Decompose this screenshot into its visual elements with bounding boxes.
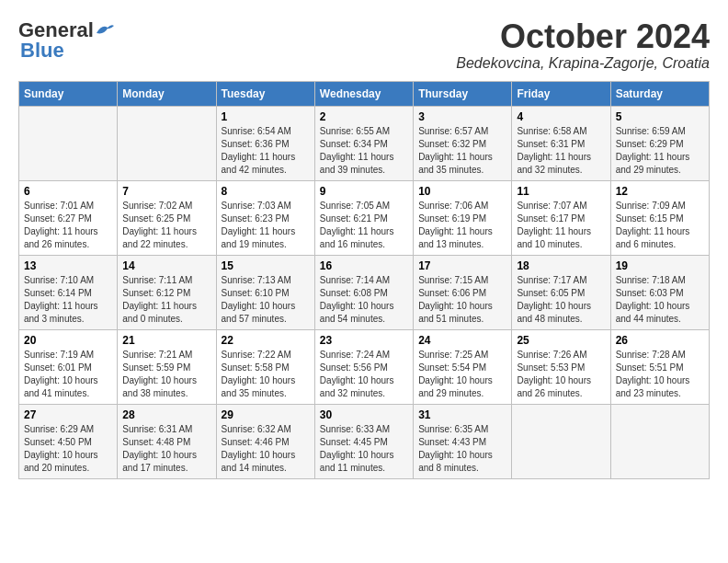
calendar-cell: 31Sunrise: 6:35 AMSunset: 4:43 PMDayligh… xyxy=(414,404,512,478)
day-info: Sunrise: 7:14 AMSunset: 6:08 PMDaylight:… xyxy=(320,274,408,326)
calendar-cell: 16Sunrise: 7:14 AMSunset: 6:08 PMDayligh… xyxy=(314,255,413,329)
month-year-title: October 2024 xyxy=(456,18,710,55)
calendar-cell: 10Sunrise: 7:06 AMSunset: 6:19 PMDayligh… xyxy=(414,180,512,255)
calendar-week-row: 6Sunrise: 7:01 AMSunset: 6:27 PMDaylight… xyxy=(19,180,710,255)
calendar-cell: 9Sunrise: 7:05 AMSunset: 6:21 PMDaylight… xyxy=(314,180,413,255)
day-info: Sunrise: 7:11 AMSunset: 6:12 PMDaylight:… xyxy=(122,274,210,326)
day-info: Sunrise: 6:32 AMSunset: 4:46 PMDaylight:… xyxy=(222,423,310,475)
day-info: Sunrise: 6:35 AMSunset: 4:43 PMDaylight:… xyxy=(418,423,506,475)
weekday-header-monday: Monday xyxy=(118,81,216,106)
calendar-week-row: 27Sunrise: 6:29 AMSunset: 4:50 PMDayligh… xyxy=(19,404,710,478)
day-info: Sunrise: 6:54 AMSunset: 6:36 PMDaylight:… xyxy=(222,125,310,177)
day-number: 20 xyxy=(24,334,112,347)
day-number: 7 xyxy=(122,185,210,198)
location-subtitle: Bedekovcina, Krapina-Zagorje, Croatia xyxy=(456,55,710,72)
weekday-header-thursday: Thursday xyxy=(414,81,512,106)
calendar-cell: 26Sunrise: 7:28 AMSunset: 5:51 PMDayligh… xyxy=(610,329,709,404)
day-number: 13 xyxy=(24,259,112,272)
calendar-cell xyxy=(118,106,216,180)
day-number: 28 xyxy=(122,408,210,421)
calendar-cell: 7Sunrise: 7:02 AMSunset: 6:25 PMDaylight… xyxy=(118,180,216,255)
day-info: Sunrise: 7:17 AMSunset: 6:05 PMDaylight:… xyxy=(517,274,605,326)
day-info: Sunrise: 6:31 AMSunset: 4:48 PMDaylight:… xyxy=(122,423,210,475)
day-number: 30 xyxy=(320,408,408,421)
day-info: Sunrise: 6:33 AMSunset: 4:45 PMDaylight:… xyxy=(320,423,408,475)
day-info: Sunrise: 7:15 AMSunset: 6:06 PMDaylight:… xyxy=(418,274,506,326)
day-info: Sunrise: 7:13 AMSunset: 6:10 PMDaylight:… xyxy=(222,274,310,326)
day-number: 3 xyxy=(418,110,506,123)
day-number: 1 xyxy=(222,110,310,123)
calendar-cell: 25Sunrise: 7:26 AMSunset: 5:53 PMDayligh… xyxy=(512,329,610,404)
calendar-cell: 11Sunrise: 7:07 AMSunset: 6:17 PMDayligh… xyxy=(512,180,610,255)
calendar-cell xyxy=(19,106,118,180)
calendar-cell: 13Sunrise: 7:10 AMSunset: 6:14 PMDayligh… xyxy=(19,255,118,329)
day-info: Sunrise: 7:24 AMSunset: 5:56 PMDaylight:… xyxy=(320,349,408,400)
day-info: Sunrise: 7:28 AMSunset: 5:51 PMDaylight:… xyxy=(616,349,704,400)
day-info: Sunrise: 7:06 AMSunset: 6:19 PMDaylight:… xyxy=(418,200,506,251)
day-info: Sunrise: 7:07 AMSunset: 6:17 PMDaylight:… xyxy=(517,200,605,251)
calendar-cell: 12Sunrise: 7:09 AMSunset: 6:15 PMDayligh… xyxy=(610,180,709,255)
calendar-cell: 27Sunrise: 6:29 AMSunset: 4:50 PMDayligh… xyxy=(19,404,118,478)
calendar-cell: 20Sunrise: 7:19 AMSunset: 6:01 PMDayligh… xyxy=(19,329,118,404)
day-info: Sunrise: 6:55 AMSunset: 6:34 PMDaylight:… xyxy=(320,125,408,177)
calendar-cell: 4Sunrise: 6:58 AMSunset: 6:31 PMDaylight… xyxy=(512,106,610,180)
day-info: Sunrise: 7:26 AMSunset: 5:53 PMDaylight:… xyxy=(517,349,605,400)
day-number: 27 xyxy=(24,408,112,421)
weekday-header-wednesday: Wednesday xyxy=(314,81,413,106)
calendar-cell xyxy=(512,404,610,478)
logo: General Blue xyxy=(18,18,116,63)
calendar-cell: 1Sunrise: 6:54 AMSunset: 6:36 PMDaylight… xyxy=(216,106,314,180)
calendar-table: SundayMondayTuesdayWednesdayThursdayFrid… xyxy=(18,81,710,479)
day-number: 23 xyxy=(320,334,408,347)
weekday-header-friday: Friday xyxy=(512,81,610,106)
day-info: Sunrise: 7:03 AMSunset: 6:23 PMDaylight:… xyxy=(222,200,310,251)
weekday-header-row: SundayMondayTuesdayWednesdayThursdayFrid… xyxy=(19,81,710,106)
calendar-cell: 8Sunrise: 7:03 AMSunset: 6:23 PMDaylight… xyxy=(216,180,314,255)
day-info: Sunrise: 7:22 AMSunset: 5:58 PMDaylight:… xyxy=(222,349,310,400)
day-number: 24 xyxy=(418,334,506,347)
calendar-cell: 17Sunrise: 7:15 AMSunset: 6:06 PMDayligh… xyxy=(414,255,512,329)
calendar-cell xyxy=(610,404,709,478)
day-info: Sunrise: 7:09 AMSunset: 6:15 PMDaylight:… xyxy=(616,200,704,251)
day-number: 9 xyxy=(320,185,408,198)
day-number: 4 xyxy=(517,110,605,123)
calendar-cell: 28Sunrise: 6:31 AMSunset: 4:48 PMDayligh… xyxy=(118,404,216,478)
day-info: Sunrise: 6:58 AMSunset: 6:31 PMDaylight:… xyxy=(517,125,605,177)
calendar-cell: 15Sunrise: 7:13 AMSunset: 6:10 PMDayligh… xyxy=(216,255,314,329)
day-number: 8 xyxy=(222,185,310,198)
day-number: 22 xyxy=(222,334,310,347)
day-number: 26 xyxy=(616,334,704,347)
calendar-cell: 24Sunrise: 7:25 AMSunset: 5:54 PMDayligh… xyxy=(414,329,512,404)
day-info: Sunrise: 6:57 AMSunset: 6:32 PMDaylight:… xyxy=(418,125,506,177)
day-number: 12 xyxy=(616,185,704,198)
logo-bird-icon xyxy=(95,22,115,39)
calendar-cell: 6Sunrise: 7:01 AMSunset: 6:27 PMDaylight… xyxy=(19,180,118,255)
weekday-header-tuesday: Tuesday xyxy=(216,81,314,106)
calendar-cell: 5Sunrise: 6:59 AMSunset: 6:29 PMDaylight… xyxy=(610,106,709,180)
day-number: 14 xyxy=(122,259,210,272)
day-info: Sunrise: 7:25 AMSunset: 5:54 PMDaylight:… xyxy=(418,349,506,400)
calendar-cell: 23Sunrise: 7:24 AMSunset: 5:56 PMDayligh… xyxy=(314,329,413,404)
day-info: Sunrise: 7:10 AMSunset: 6:14 PMDaylight:… xyxy=(24,274,112,326)
day-info: Sunrise: 6:29 AMSunset: 4:50 PMDaylight:… xyxy=(24,423,112,475)
day-number: 2 xyxy=(320,110,408,123)
day-number: 18 xyxy=(517,259,605,272)
calendar-week-row: 1Sunrise: 6:54 AMSunset: 6:36 PMDaylight… xyxy=(19,106,710,180)
title-block: October 2024 Bedekovcina, Krapina-Zagorj… xyxy=(456,18,710,72)
day-info: Sunrise: 7:05 AMSunset: 6:21 PMDaylight:… xyxy=(320,200,408,251)
calendar-week-row: 13Sunrise: 7:10 AMSunset: 6:14 PMDayligh… xyxy=(19,255,710,329)
day-info: Sunrise: 7:01 AMSunset: 6:27 PMDaylight:… xyxy=(24,200,112,251)
day-number: 11 xyxy=(517,185,605,198)
calendar-cell: 29Sunrise: 6:32 AMSunset: 4:46 PMDayligh… xyxy=(216,404,314,478)
calendar-cell: 14Sunrise: 7:11 AMSunset: 6:12 PMDayligh… xyxy=(118,255,216,329)
calendar-cell: 3Sunrise: 6:57 AMSunset: 6:32 PMDaylight… xyxy=(414,106,512,180)
day-number: 19 xyxy=(616,259,704,272)
calendar-cell: 19Sunrise: 7:18 AMSunset: 6:03 PMDayligh… xyxy=(610,255,709,329)
day-number: 10 xyxy=(418,185,506,198)
day-number: 15 xyxy=(222,259,310,272)
day-info: Sunrise: 6:59 AMSunset: 6:29 PMDaylight:… xyxy=(616,125,704,177)
day-number: 29 xyxy=(222,408,310,421)
day-info: Sunrise: 7:02 AMSunset: 6:25 PMDaylight:… xyxy=(122,200,210,251)
weekday-header-saturday: Saturday xyxy=(610,81,709,106)
day-number: 5 xyxy=(616,110,704,123)
